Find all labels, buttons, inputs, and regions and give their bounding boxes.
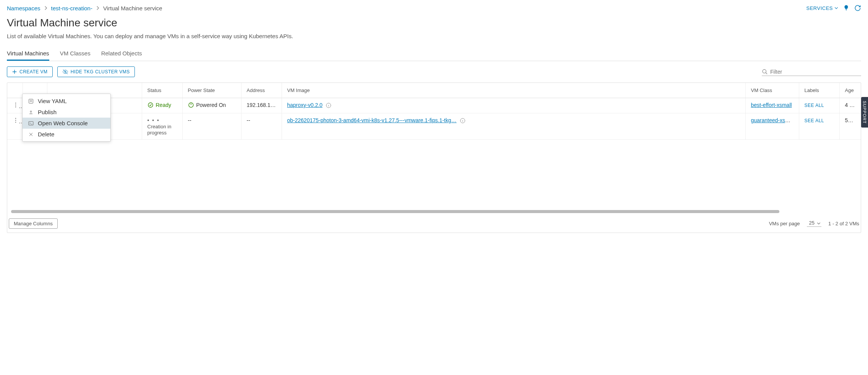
vm-class-link[interactable]: guaranteed-xsm… [751,117,795,123]
create-vm-label: CREATE VM [19,69,48,74]
vm-class-link[interactable]: best-effort-xsmall [751,102,792,108]
context-view-yaml-label: View YAML [38,98,67,104]
context-delete[interactable]: Delete [23,129,110,140]
col-labels[interactable]: Labels [799,83,839,98]
per-page-value: 25 [809,220,815,226]
top-bar: Namespaces test-ns-creation- Virtual Mac… [7,5,861,17]
refresh-icon[interactable] [854,5,861,11]
tabs: Virtual Machines VM Classes Related Obje… [7,47,861,61]
power-icon [188,102,194,108]
age-cell: 4 min [839,98,861,113]
svg-point-1 [763,70,766,73]
col-image[interactable]: VM Image [282,83,745,98]
breadcrumb-namespace[interactable]: test-ns-creation- [51,5,92,11]
col-class[interactable]: VM Class [745,83,799,98]
filter-input[interactable] [770,69,861,75]
context-view-yaml[interactable]: View YAML [23,95,110,107]
top-actions: SERVICES [806,5,861,11]
services-dropdown[interactable]: SERVICES [806,5,838,11]
col-actions [7,83,23,98]
horizontal-scrollbar[interactable] [11,210,779,213]
table-header: Status Power State Address VM Image VM C… [7,83,861,98]
per-page-select[interactable]: 25 [807,220,821,227]
vm-table-container: Status Power State Address VM Image VM C… [7,82,861,233]
power-cell: Powered On [182,98,241,113]
svg-rect-13 [29,121,33,125]
vm-image-link[interactable]: haproxy-v0.2.0 [287,102,323,108]
kebab-icon [13,102,19,108]
status-cell: • • • Creation in progress [142,113,182,140]
class-cell: guaranteed-xsm… [745,113,799,140]
check-circle-icon [147,102,154,108]
svg-point-10 [15,122,16,123]
address-cell: 192.168.128.32 [241,98,282,113]
age-cell: 56 m [839,113,861,140]
pagination-range: 1 - 2 of 2 VMs [828,221,859,226]
col-power[interactable]: Power State [182,83,241,98]
lightbulb-icon[interactable] [843,5,850,11]
col-address[interactable]: Address [241,83,282,98]
chevron-down-icon [834,6,838,10]
row-actions-button[interactable] [13,117,19,123]
status-cell: Ready [142,98,182,113]
context-publish-label: Publish [38,109,57,115]
status-progress-text: Creation in progress [147,124,172,136]
image-cell: ob-22620175-photon-3-amd64-vmi-k8s-v1.27… [282,113,745,140]
context-open-console-label: Open Web Console [38,120,88,126]
chevron-right-icon [44,6,48,10]
create-vm-button[interactable]: CREATE VM [7,66,53,77]
image-cell: haproxy-v0.2.0 [282,98,745,113]
breadcrumb: Namespaces test-ns-creation- Virtual Mac… [7,5,162,11]
svg-point-2 [15,103,16,104]
close-icon [28,131,34,137]
row-actions-button[interactable] [13,102,19,108]
svg-point-5 [148,103,153,107]
svg-point-9 [15,120,16,121]
pagination: VMs per page 25 1 - 2 of 2 VMs [769,220,859,227]
col-status[interactable]: Status [142,83,182,98]
table-footer: Manage Columns VMs per page 25 1 - 2 of … [7,215,861,233]
see-all-button[interactable]: SEE ALL [805,118,824,123]
page-description: List of available Virtual Machines. You … [7,33,861,39]
vm-table: Status Power State Address VM Image VM C… [7,83,861,209]
class-cell: best-effort-xsmall [745,98,799,113]
see-all-button[interactable]: SEE ALL [805,103,824,108]
per-page-label: VMs per page [769,221,800,226]
services-label: SERVICES [806,5,833,11]
hide-tkg-button[interactable]: HIDE TKG CLUSTER VMS [57,66,135,77]
context-delete-label: Delete [38,131,54,137]
document-icon [28,98,34,104]
tab-vm-classes[interactable]: VM Classes [60,47,91,61]
console-icon [28,120,34,126]
chevron-down-icon [817,221,821,225]
row-context-menu: View YAML Publish Open Web Console Delet… [22,94,111,142]
breadcrumb-current: Virtual Machine service [103,5,162,11]
chevron-right-icon [96,6,100,10]
labels-cell: SEE ALL [799,113,839,140]
power-text: Powered On [196,102,226,108]
hide-tkg-label: HIDE TKG CLUSTER VMS [71,69,130,74]
search-icon [762,69,768,75]
col-age[interactable]: Age [839,83,861,98]
filter-control[interactable] [762,68,861,76]
support-tab[interactable]: SUPPORT [861,97,868,128]
page-title: Virtual Machine service [7,17,861,29]
breadcrumb-root[interactable]: Namespaces [7,5,40,11]
tab-related-objects[interactable]: Related Objects [101,47,142,61]
address-cell: -- [241,113,282,140]
info-icon[interactable] [326,102,332,108]
info-icon[interactable] [460,118,466,124]
table-row: gf-f8q… • • • Creation in progress -- --… [7,113,861,140]
eye-off-icon [62,69,68,75]
context-open-web-console[interactable]: Open Web Console [23,118,110,129]
table-row: Ready Powered On 192.168.128.32 haproxy-… [7,98,861,113]
context-publish[interactable]: Publish [23,107,110,118]
svg-point-3 [15,105,16,106]
manage-columns-button[interactable]: Manage Columns [9,218,58,229]
vm-image-link[interactable]: ob-22620175-photon-3-amd64-vmi-k8s-v1.27… [287,117,457,123]
svg-point-8 [15,118,16,119]
upload-icon [28,109,34,115]
power-cell: -- [182,113,241,140]
tab-virtual-machines[interactable]: Virtual Machines [7,47,49,61]
status-dots: • • • [147,117,160,123]
